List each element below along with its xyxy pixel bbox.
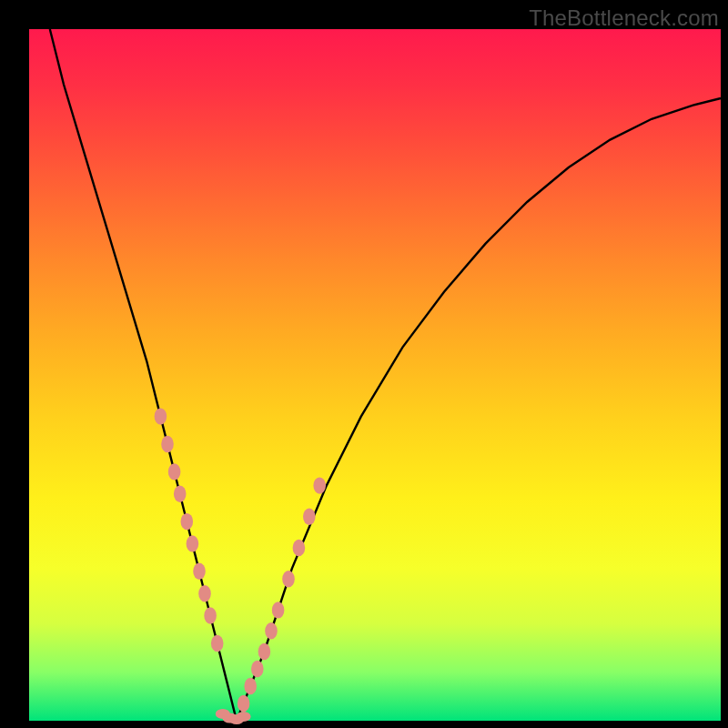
data-point (211, 635, 224, 652)
data-point (161, 436, 174, 452)
data-point (193, 563, 206, 580)
data-point (155, 408, 167, 424)
data-point (282, 571, 295, 587)
data-point (303, 509, 316, 525)
data-point (174, 486, 187, 502)
data-point (204, 607, 217, 623)
plot-area (29, 29, 721, 721)
data-point (198, 585, 211, 602)
data-point (293, 540, 306, 556)
trough-point (237, 712, 251, 722)
data-point (181, 513, 194, 530)
data-point (265, 622, 278, 639)
right-branch-dots (238, 477, 326, 712)
data-point (238, 695, 250, 712)
bottleneck-curve (50, 29, 721, 721)
data-point (168, 463, 181, 480)
data-point (272, 602, 285, 618)
watermark-text: TheBottleneck.com (529, 5, 719, 31)
data-point (187, 535, 199, 551)
data-point (251, 661, 264, 677)
chart-frame: TheBottleneck.com (0, 0, 728, 728)
bottleneck-curve-svg (29, 29, 721, 721)
data-point (313, 477, 326, 493)
data-point (244, 678, 257, 694)
data-point (258, 643, 271, 660)
